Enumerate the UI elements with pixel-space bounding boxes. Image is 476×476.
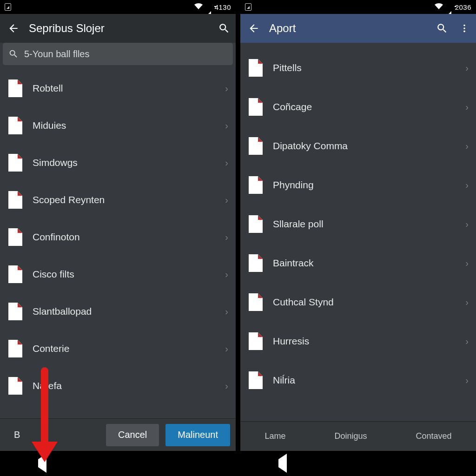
tab-doinigus[interactable]: Doinigus: [334, 431, 367, 441]
clock: 2036: [455, 3, 471, 11]
file-icon: [8, 191, 22, 209]
file-icon: [249, 371, 263, 389]
file-icon: [249, 332, 263, 350]
back-icon[interactable]: [7, 21, 20, 35]
list-item[interactable]: Phynding›: [240, 165, 476, 205]
file-icon: [249, 98, 263, 116]
list-item[interactable]: Sllarale poll›: [240, 205, 476, 244]
cancel-button[interactable]: Cancel: [106, 424, 159, 446]
file-list[interactable]: Pittells› Coñcage› Dipatoky Comma› Phynd…: [240, 43, 476, 421]
list-item[interactable]: Narefa›: [0, 367, 236, 404]
list-item[interactable]: Slantballopad›: [0, 293, 236, 330]
list-item[interactable]: Pittells›: [240, 48, 476, 87]
list-item[interactable]: Baintrack›: [240, 244, 476, 283]
confirm-button[interactable]: Malineunt: [165, 424, 230, 446]
chevron-right-icon: ›: [225, 269, 228, 280]
list-item[interactable]: Robtell›: [0, 70, 236, 107]
search-placeholder: 5-Youn ball flles: [24, 49, 89, 60]
chevron-right-icon: ›: [225, 83, 228, 94]
file-icon: [8, 228, 22, 246]
chevron-right-icon: ›: [465, 336, 469, 347]
file-icon: [8, 265, 22, 283]
page-title: Aport: [269, 22, 427, 35]
wifi-icon: [435, 3, 443, 11]
chevron-right-icon: ›: [225, 158, 228, 168]
bottom-action-bar: B Cancel Malineunt: [0, 418, 236, 451]
nav-back-icon[interactable]: [278, 459, 287, 468]
list-item[interactable]: Hurresis›: [240, 322, 476, 361]
file-icon: [249, 254, 263, 272]
list-item[interactable]: Confinoton›: [0, 218, 236, 256]
file-icon: [249, 215, 263, 233]
file-list[interactable]: Robtell› Miduies› Simdowgs› Scoped Reynt…: [0, 68, 236, 418]
chevron-right-icon: ›: [465, 258, 469, 269]
svg-point-2: [463, 31, 465, 33]
status-bar: 4130: [0, 0, 236, 14]
list-item[interactable]: Scoped Reynten›: [0, 181, 236, 218]
list-item[interactable]: Cuthcal Stynd›: [240, 283, 476, 322]
cell-signal-icon: [445, 3, 451, 11]
left-phone: 4130 Sepribus Slojer 5-Youn ball flles R…: [0, 0, 238, 476]
bottom-tab-bar: Lame Doinigus Contaved: [240, 421, 476, 451]
list-item[interactable]: Coñcage›: [240, 87, 476, 126]
app-bar: Aport: [240, 14, 476, 43]
chevron-right-icon: ›: [225, 306, 228, 317]
search-icon[interactable]: [435, 21, 449, 35]
list-item[interactable]: Niĺria›: [240, 361, 476, 400]
chevron-right-icon: ›: [465, 180, 469, 191]
chevron-right-icon: ›: [465, 219, 469, 230]
app-bar: Sepribus Slojer: [0, 14, 236, 43]
list-item[interactable]: Conterie›: [0, 330, 236, 367]
file-icon: [249, 137, 263, 155]
tab-contaved[interactable]: Contaved: [416, 431, 451, 441]
chevron-right-icon: ›: [465, 141, 469, 152]
file-icon: [249, 59, 263, 77]
clock: 4130: [215, 3, 231, 11]
file-icon: [249, 293, 263, 311]
nav-back-icon[interactable]: [38, 459, 46, 468]
file-icon: [8, 154, 22, 172]
sim-icon: [5, 3, 11, 11]
tab-lame[interactable]: Lame: [264, 431, 285, 441]
bottom-extra-label: B: [14, 430, 20, 440]
more-icon[interactable]: [457, 21, 471, 35]
back-icon[interactable]: [247, 21, 261, 35]
svg-point-0: [463, 25, 465, 26]
chevron-right-icon: ›: [225, 120, 228, 131]
chevron-right-icon: ›: [225, 232, 228, 243]
list-item[interactable]: Dipatoky Comma›: [240, 126, 476, 165]
list-item[interactable]: Miduies›: [0, 107, 236, 144]
file-icon: [249, 176, 263, 194]
page-title: Sepribus Slojer: [29, 22, 209, 35]
wifi-icon: [194, 3, 203, 11]
file-icon: [8, 79, 22, 97]
chevron-right-icon: ›: [465, 63, 469, 73]
chevron-right-icon: ›: [465, 297, 469, 308]
status-bar: 2036: [240, 0, 476, 14]
chevron-right-icon: ›: [225, 344, 228, 354]
sim-icon: [245, 3, 251, 11]
chevron-right-icon: ›: [465, 102, 469, 112]
file-icon: [8, 377, 22, 395]
chevron-right-icon: ›: [225, 195, 228, 205]
search-icon[interactable]: [217, 21, 231, 35]
right-phone: 2036 Aport Pittells› Coñcage› Dipatoky C…: [238, 0, 476, 476]
chevron-right-icon: ›: [225, 381, 228, 391]
svg-point-1: [463, 27, 465, 29]
chevron-right-icon: ›: [465, 375, 469, 386]
list-item[interactable]: Simdowgs›: [0, 144, 236, 181]
file-icon: [8, 303, 22, 320]
android-nav-bar: [240, 451, 476, 476]
list-item[interactable]: Cisco filts›: [0, 256, 236, 293]
file-icon: [8, 340, 22, 357]
file-icon: [8, 117, 22, 134]
cell-signal-icon: [205, 3, 211, 11]
android-nav-bar: [0, 451, 236, 476]
search-input[interactable]: 5-Youn ball flles: [3, 43, 233, 65]
